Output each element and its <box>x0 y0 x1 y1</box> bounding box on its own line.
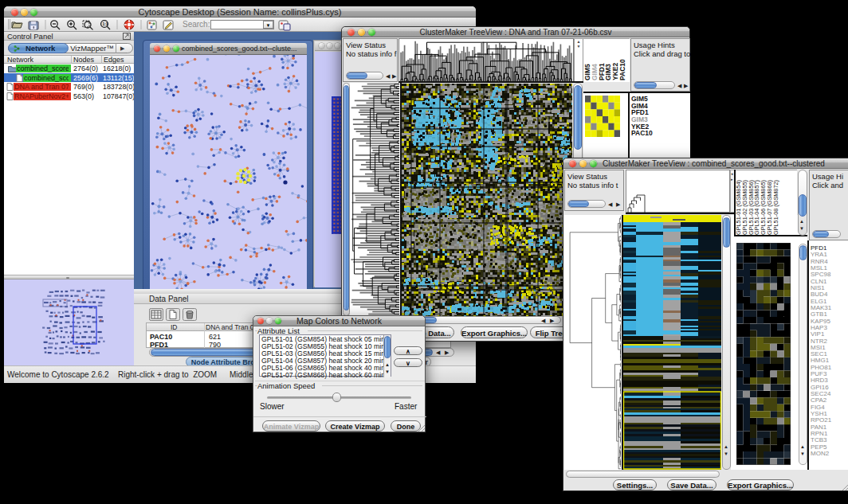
svg-text:1:1: 1:1 <box>102 21 108 26</box>
svg-text:Search:: Search: <box>183 20 210 29</box>
